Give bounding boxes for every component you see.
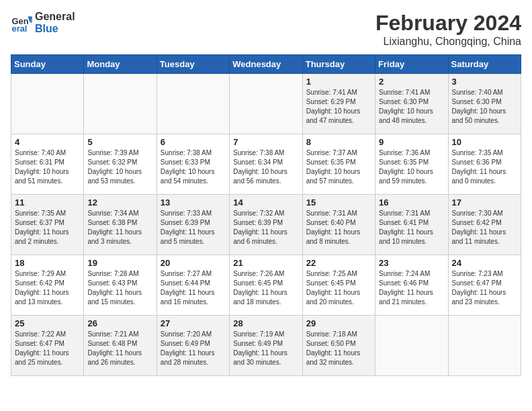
logo: Gen eral General Blue bbox=[11, 11, 75, 35]
day-number: 23 bbox=[379, 258, 444, 268]
calendar-cell: 26Sunrise: 7:21 AM Sunset: 6:48 PM Dayli… bbox=[84, 316, 157, 376]
header-day-thursday: Thursday bbox=[302, 55, 375, 74]
day-info: Sunrise: 7:38 AM Sunset: 6:34 PM Dayligh… bbox=[233, 148, 298, 186]
day-number: 20 bbox=[161, 258, 226, 268]
day-number: 26 bbox=[87, 318, 152, 328]
day-number: 17 bbox=[452, 197, 517, 208]
day-number: 27 bbox=[161, 318, 226, 328]
calendar-header: SundayMondayTuesdayWednesdayThursdayFrid… bbox=[11, 55, 521, 74]
day-number: 2 bbox=[379, 77, 444, 87]
subtitle: Lixianghu, Chongqing, China bbox=[375, 36, 521, 48]
day-info: Sunrise: 7:39 AM Sunset: 6:32 PM Dayligh… bbox=[87, 148, 152, 186]
calendar-cell: 28Sunrise: 7:19 AM Sunset: 6:49 PM Dayli… bbox=[230, 316, 302, 376]
logo-icon: Gen eral bbox=[11, 12, 32, 34]
calendar-cell bbox=[375, 316, 448, 376]
week-row-3: 18Sunrise: 7:29 AM Sunset: 6:42 PM Dayli… bbox=[11, 255, 521, 316]
header-day-friday: Friday bbox=[375, 55, 448, 74]
header-day-monday: Monday bbox=[84, 55, 157, 74]
day-number: 5 bbox=[87, 137, 152, 147]
day-info: Sunrise: 7:30 AM Sunset: 6:42 PM Dayligh… bbox=[452, 209, 517, 246]
calendar-cell: 9Sunrise: 7:36 AM Sunset: 6:35 PM Daylig… bbox=[375, 134, 448, 195]
day-info: Sunrise: 7:26 AM Sunset: 6:45 PM Dayligh… bbox=[233, 269, 298, 307]
calendar-cell: 4Sunrise: 7:40 AM Sunset: 6:31 PM Daylig… bbox=[11, 134, 84, 195]
day-number: 14 bbox=[233, 197, 298, 208]
calendar-cell: 29Sunrise: 7:18 AM Sunset: 6:50 PM Dayli… bbox=[302, 316, 375, 376]
week-row-4: 25Sunrise: 7:22 AM Sunset: 6:47 PM Dayli… bbox=[11, 316, 521, 376]
day-info: Sunrise: 7:32 AM Sunset: 6:39 PM Dayligh… bbox=[233, 209, 298, 246]
calendar-cell: 18Sunrise: 7:29 AM Sunset: 6:42 PM Dayli… bbox=[11, 255, 84, 316]
day-info: Sunrise: 7:40 AM Sunset: 6:30 PM Dayligh… bbox=[452, 88, 517, 126]
day-info: Sunrise: 7:36 AM Sunset: 6:35 PM Dayligh… bbox=[379, 148, 444, 186]
calendar-cell bbox=[11, 74, 84, 134]
day-info: Sunrise: 7:21 AM Sunset: 6:48 PM Dayligh… bbox=[87, 330, 152, 367]
day-number: 16 bbox=[379, 197, 444, 208]
day-number: 9 bbox=[379, 137, 444, 147]
day-number: 24 bbox=[452, 258, 517, 268]
calendar-cell: 17Sunrise: 7:30 AM Sunset: 6:42 PM Dayli… bbox=[448, 195, 521, 255]
calendar-cell bbox=[84, 74, 157, 134]
calendar-cell: 7Sunrise: 7:38 AM Sunset: 6:34 PM Daylig… bbox=[230, 134, 302, 195]
day-info: Sunrise: 7:37 AM Sunset: 6:35 PM Dayligh… bbox=[306, 148, 371, 186]
day-number: 29 bbox=[306, 318, 371, 328]
calendar-table: SundayMondayTuesdayWednesdayThursdayFrid… bbox=[11, 54, 521, 376]
day-number: 13 bbox=[161, 197, 226, 208]
week-row-2: 11Sunrise: 7:35 AM Sunset: 6:37 PM Dayli… bbox=[11, 195, 521, 255]
calendar-cell: 6Sunrise: 7:38 AM Sunset: 6:33 PM Daylig… bbox=[157, 134, 229, 195]
calendar-cell bbox=[448, 316, 521, 376]
header-day-wednesday: Wednesday bbox=[230, 55, 302, 74]
day-info: Sunrise: 7:27 AM Sunset: 6:44 PM Dayligh… bbox=[161, 269, 226, 307]
week-row-0: 1Sunrise: 7:41 AM Sunset: 6:29 PM Daylig… bbox=[11, 74, 521, 134]
header-day-saturday: Saturday bbox=[448, 55, 521, 74]
day-info: Sunrise: 7:20 AM Sunset: 6:49 PM Dayligh… bbox=[161, 330, 226, 367]
day-number: 12 bbox=[87, 197, 152, 208]
day-info: Sunrise: 7:22 AM Sunset: 6:47 PM Dayligh… bbox=[15, 330, 80, 367]
page-header: Gen eral General Blue February 2024 Lixi… bbox=[11, 11, 521, 48]
header-row: SundayMondayTuesdayWednesdayThursdayFrid… bbox=[11, 55, 521, 74]
day-number: 1 bbox=[306, 77, 371, 87]
day-info: Sunrise: 7:18 AM Sunset: 6:50 PM Dayligh… bbox=[306, 330, 371, 367]
calendar-cell: 1Sunrise: 7:41 AM Sunset: 6:29 PM Daylig… bbox=[302, 74, 375, 134]
calendar-cell: 27Sunrise: 7:20 AM Sunset: 6:49 PM Dayli… bbox=[157, 316, 229, 376]
calendar-cell: 5Sunrise: 7:39 AM Sunset: 6:32 PM Daylig… bbox=[84, 134, 157, 195]
logo-line1: General bbox=[35, 11, 75, 23]
day-number: 18 bbox=[15, 258, 80, 268]
calendar-cell bbox=[157, 74, 229, 134]
week-row-1: 4Sunrise: 7:40 AM Sunset: 6:31 PM Daylig… bbox=[11, 134, 521, 195]
calendar-cell: 24Sunrise: 7:23 AM Sunset: 6:47 PM Dayli… bbox=[448, 255, 521, 316]
day-number: 4 bbox=[15, 137, 80, 147]
calendar-cell: 25Sunrise: 7:22 AM Sunset: 6:47 PM Dayli… bbox=[11, 316, 84, 376]
day-number: 3 bbox=[452, 77, 517, 87]
calendar-cell: 15Sunrise: 7:31 AM Sunset: 6:40 PM Dayli… bbox=[302, 195, 375, 255]
title-area: February 2024 Lixianghu, Chongqing, Chin… bbox=[375, 11, 521, 48]
header-day-sunday: Sunday bbox=[11, 55, 84, 74]
day-number: 11 bbox=[15, 197, 80, 208]
calendar-cell: 23Sunrise: 7:24 AM Sunset: 6:46 PM Dayli… bbox=[375, 255, 448, 316]
day-number: 19 bbox=[87, 258, 152, 268]
day-info: Sunrise: 7:33 AM Sunset: 6:39 PM Dayligh… bbox=[161, 209, 226, 246]
day-info: Sunrise: 7:34 AM Sunset: 6:38 PM Dayligh… bbox=[87, 209, 152, 246]
day-info: Sunrise: 7:23 AM Sunset: 6:47 PM Dayligh… bbox=[452, 269, 517, 307]
calendar-cell: 22Sunrise: 7:25 AM Sunset: 6:45 PM Dayli… bbox=[302, 255, 375, 316]
day-number: 15 bbox=[306, 197, 371, 208]
day-number: 28 bbox=[233, 318, 298, 328]
day-number: 21 bbox=[233, 258, 298, 268]
day-info: Sunrise: 7:25 AM Sunset: 6:45 PM Dayligh… bbox=[306, 269, 371, 307]
calendar-cell: 3Sunrise: 7:40 AM Sunset: 6:30 PM Daylig… bbox=[448, 74, 521, 134]
day-info: Sunrise: 7:41 AM Sunset: 6:30 PM Dayligh… bbox=[379, 88, 444, 126]
day-info: Sunrise: 7:35 AM Sunset: 6:36 PM Dayligh… bbox=[452, 148, 517, 186]
calendar-cell: 11Sunrise: 7:35 AM Sunset: 6:37 PM Dayli… bbox=[11, 195, 84, 255]
calendar-cell: 12Sunrise: 7:34 AM Sunset: 6:38 PM Dayli… bbox=[84, 195, 157, 255]
day-info: Sunrise: 7:31 AM Sunset: 6:41 PM Dayligh… bbox=[379, 209, 444, 246]
day-info: Sunrise: 7:35 AM Sunset: 6:37 PM Dayligh… bbox=[15, 209, 80, 246]
header-day-tuesday: Tuesday bbox=[157, 55, 229, 74]
day-info: Sunrise: 7:40 AM Sunset: 6:31 PM Dayligh… bbox=[15, 148, 80, 186]
day-info: Sunrise: 7:19 AM Sunset: 6:49 PM Dayligh… bbox=[233, 330, 298, 367]
calendar-cell bbox=[230, 74, 302, 134]
day-info: Sunrise: 7:41 AM Sunset: 6:29 PM Dayligh… bbox=[306, 88, 371, 126]
calendar-cell: 14Sunrise: 7:32 AM Sunset: 6:39 PM Dayli… bbox=[230, 195, 302, 255]
logo-line2: Blue bbox=[35, 23, 75, 35]
day-info: Sunrise: 7:24 AM Sunset: 6:46 PM Dayligh… bbox=[379, 269, 444, 307]
calendar-cell: 20Sunrise: 7:27 AM Sunset: 6:44 PM Dayli… bbox=[157, 255, 229, 316]
calendar-cell: 19Sunrise: 7:28 AM Sunset: 6:43 PM Dayli… bbox=[84, 255, 157, 316]
calendar-cell: 13Sunrise: 7:33 AM Sunset: 6:39 PM Dayli… bbox=[157, 195, 229, 255]
